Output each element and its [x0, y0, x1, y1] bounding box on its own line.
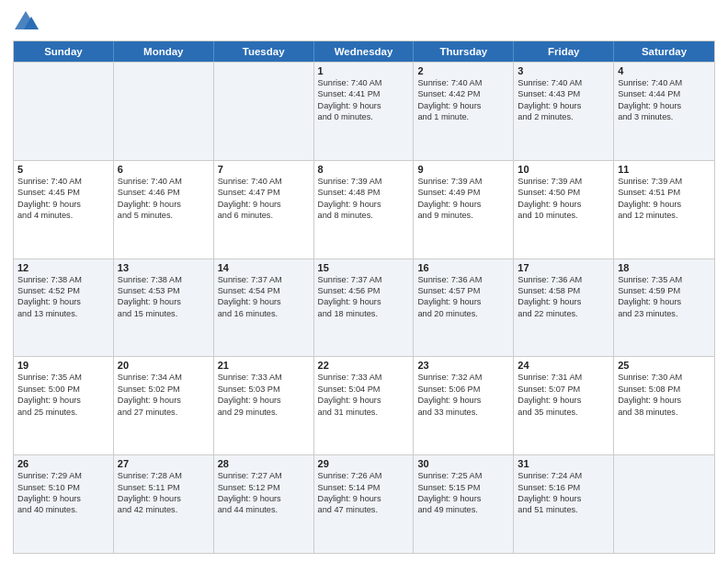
cell-line: and 35 minutes.	[518, 407, 609, 418]
day-number: 29	[318, 458, 410, 469]
cell-line: Sunset: 4:49 PM	[417, 187, 509, 198]
day-number: 19	[17, 360, 109, 371]
cal-cell: 6Sunrise: 7:40 AMSunset: 4:46 PMDaylight…	[114, 161, 214, 259]
cell-line: Daylight: 9 hours	[218, 296, 310, 307]
cell-line: and 18 minutes.	[318, 308, 410, 319]
cell-line: Sunrise: 7:40 AM	[318, 77, 410, 88]
week-row-1: 5Sunrise: 7:40 AMSunset: 4:45 PMDaylight…	[14, 160, 714, 259]
cell-line: Sunrise: 7:39 AM	[518, 176, 609, 187]
cell-line: Sunrise: 7:36 AM	[417, 274, 509, 285]
page: SundayMondayTuesdayWednesdayThursdayFrid…	[0, 0, 728, 563]
cal-cell: 4Sunrise: 7:40 AMSunset: 4:44 PMDaylight…	[614, 63, 714, 160]
cal-cell: 26Sunrise: 7:29 AMSunset: 5:10 PMDayligh…	[14, 455, 114, 553]
day-number: 6	[118, 164, 210, 175]
cal-cell: 7Sunrise: 7:40 AMSunset: 4:47 PMDaylight…	[214, 161, 314, 259]
cal-cell: 14Sunrise: 7:37 AMSunset: 4:54 PMDayligh…	[214, 259, 314, 357]
cell-line: Sunset: 5:12 PM	[218, 482, 310, 493]
day-number: 16	[417, 262, 509, 273]
cell-line: Sunrise: 7:32 AM	[417, 372, 509, 383]
cell-line: Sunset: 4:59 PM	[618, 285, 711, 296]
day-number: 18	[618, 262, 711, 273]
cell-line: Sunset: 4:52 PM	[17, 285, 109, 296]
cell-line: Daylight: 9 hours	[518, 493, 609, 504]
cell-line: Daylight: 9 hours	[17, 296, 109, 307]
day-number: 27	[118, 458, 210, 469]
cell-line: Daylight: 9 hours	[218, 493, 310, 504]
calendar-body: 1Sunrise: 7:40 AMSunset: 4:41 PMDaylight…	[14, 62, 714, 553]
cell-line: Sunrise: 7:26 AM	[318, 470, 410, 481]
cell-line: and 9 minutes.	[417, 210, 509, 221]
cell-line: Sunset: 4:46 PM	[118, 187, 210, 198]
cell-line: Sunset: 5:16 PM	[518, 482, 609, 493]
cell-line: Sunrise: 7:34 AM	[118, 372, 210, 383]
cell-line: Sunset: 5:11 PM	[118, 482, 210, 493]
cell-line: Sunset: 4:48 PM	[318, 187, 410, 198]
cell-line: Sunset: 5:10 PM	[17, 482, 109, 493]
cell-line: and 4 minutes.	[17, 210, 109, 221]
cell-line: and 0 minutes.	[318, 111, 410, 122]
cell-line: Daylight: 9 hours	[518, 100, 609, 111]
cell-line: Sunset: 4:42 PM	[417, 88, 509, 99]
cell-line: Sunset: 5:08 PM	[618, 384, 711, 395]
cal-cell: 9Sunrise: 7:39 AMSunset: 4:49 PMDaylight…	[414, 161, 514, 259]
cell-line: Daylight: 9 hours	[417, 296, 509, 307]
day-number: 14	[218, 262, 310, 273]
cell-line: Sunset: 5:07 PM	[518, 384, 609, 395]
cell-line: Sunset: 4:53 PM	[118, 285, 210, 296]
cell-line: Sunset: 5:04 PM	[318, 384, 410, 395]
cell-line: Daylight: 9 hours	[17, 493, 109, 504]
header-day-tuesday: Tuesday	[214, 41, 314, 62]
cell-line: Daylight: 9 hours	[17, 199, 109, 210]
day-number: 11	[618, 164, 711, 175]
cell-line: Sunrise: 7:40 AM	[118, 176, 210, 187]
cell-line: Sunrise: 7:40 AM	[417, 77, 509, 88]
cell-line: Sunrise: 7:30 AM	[618, 372, 711, 383]
cell-line: Sunset: 4:47 PM	[218, 187, 310, 198]
cell-line: Sunset: 4:44 PM	[618, 88, 711, 99]
cell-line: and 15 minutes.	[118, 308, 210, 319]
cell-line: Sunrise: 7:37 AM	[218, 274, 310, 285]
cell-line: Daylight: 9 hours	[318, 296, 410, 307]
cell-line: Sunrise: 7:40 AM	[618, 77, 711, 88]
cell-line: and 3 minutes.	[618, 111, 711, 122]
header-day-saturday: Saturday	[614, 41, 714, 62]
cell-line: and 29 minutes.	[218, 407, 310, 418]
cal-cell: 18Sunrise: 7:35 AMSunset: 4:59 PMDayligh…	[614, 259, 714, 357]
cell-line: and 13 minutes.	[17, 308, 109, 319]
cell-line: Daylight: 9 hours	[618, 199, 711, 210]
cal-cell: 23Sunrise: 7:32 AMSunset: 5:06 PMDayligh…	[414, 357, 514, 454]
day-number: 15	[318, 262, 410, 273]
cell-line: Sunset: 4:45 PM	[17, 187, 109, 198]
cal-cell	[214, 63, 314, 160]
cal-cell: 15Sunrise: 7:37 AMSunset: 4:56 PMDayligh…	[314, 259, 415, 357]
cell-line: and 49 minutes.	[417, 504, 509, 515]
cell-line: and 22 minutes.	[518, 308, 609, 319]
day-number: 23	[417, 360, 509, 371]
cell-line: Daylight: 9 hours	[218, 395, 310, 406]
header-day-sunday: Sunday	[14, 41, 114, 62]
cal-cell	[14, 63, 114, 160]
cell-line: Sunrise: 7:27 AM	[218, 470, 310, 481]
cal-cell: 17Sunrise: 7:36 AMSunset: 4:58 PMDayligh…	[514, 259, 614, 357]
cal-cell: 12Sunrise: 7:38 AMSunset: 4:52 PMDayligh…	[14, 259, 114, 357]
cal-cell: 10Sunrise: 7:39 AMSunset: 4:50 PMDayligh…	[514, 161, 614, 259]
cell-line: and 51 minutes.	[518, 504, 609, 515]
day-number: 10	[518, 164, 609, 175]
cell-line: Sunrise: 7:28 AM	[118, 470, 210, 481]
cell-line: and 42 minutes.	[118, 504, 210, 515]
cal-cell: 22Sunrise: 7:33 AMSunset: 5:04 PMDayligh…	[314, 357, 415, 454]
cal-cell: 3Sunrise: 7:40 AMSunset: 4:43 PMDaylight…	[514, 63, 614, 160]
cell-line: Daylight: 9 hours	[518, 395, 609, 406]
cell-line: Sunset: 5:15 PM	[417, 482, 509, 493]
day-number: 26	[17, 458, 109, 469]
cal-cell: 27Sunrise: 7:28 AMSunset: 5:11 PMDayligh…	[114, 455, 214, 553]
cell-line: Sunset: 5:02 PM	[118, 384, 210, 395]
cell-line: Daylight: 9 hours	[318, 199, 410, 210]
cal-cell: 8Sunrise: 7:39 AMSunset: 4:48 PMDaylight…	[314, 161, 415, 259]
cell-line: Sunrise: 7:29 AM	[17, 470, 109, 481]
header-day-monday: Monday	[114, 41, 214, 62]
cell-line: Sunset: 4:51 PM	[618, 187, 711, 198]
cell-line: Daylight: 9 hours	[618, 395, 711, 406]
cal-cell: 28Sunrise: 7:27 AMSunset: 5:12 PMDayligh…	[214, 455, 314, 553]
cell-line: Sunset: 4:41 PM	[318, 88, 410, 99]
